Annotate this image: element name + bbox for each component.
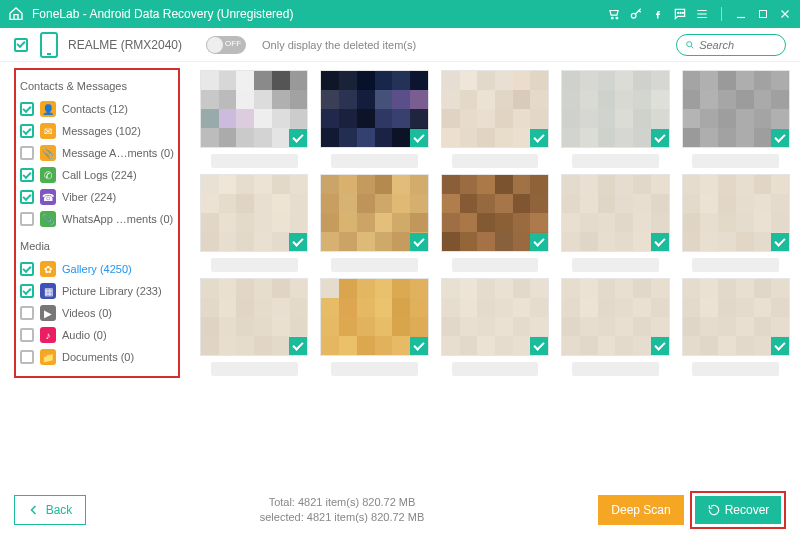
home-icon bbox=[8, 6, 24, 22]
thumbnail[interactable] bbox=[561, 174, 669, 272]
category-icon: ♪ bbox=[40, 327, 56, 343]
menu-icon[interactable] bbox=[695, 7, 709, 21]
thumbnail-caption bbox=[452, 258, 539, 272]
deleted-toggle[interactable]: OFF bbox=[206, 36, 246, 54]
item-checkbox[interactable] bbox=[20, 102, 34, 116]
phone-icon bbox=[40, 32, 58, 58]
thumbnail-caption bbox=[572, 362, 659, 376]
item-checkbox[interactable] bbox=[20, 284, 34, 298]
search-icon bbox=[685, 39, 695, 51]
minimize-icon[interactable] bbox=[734, 7, 748, 21]
key-icon[interactable] bbox=[629, 7, 643, 21]
sidebar-item[interactable]: ✉Messages (102) bbox=[20, 120, 174, 142]
stats-total: Total: 4821 item(s) 820.72 MB bbox=[86, 495, 598, 510]
thumbnail[interactable] bbox=[441, 174, 549, 272]
sidebar-item[interactable]: ☎Viber (224) bbox=[20, 186, 174, 208]
selected-mark-icon bbox=[289, 129, 307, 147]
category-icon: ▦ bbox=[40, 283, 56, 299]
thumbnail[interactable] bbox=[561, 70, 669, 168]
selected-mark-icon bbox=[651, 129, 669, 147]
maximize-icon[interactable] bbox=[756, 7, 770, 21]
item-checkbox[interactable] bbox=[20, 124, 34, 138]
category-icon: ✆ bbox=[40, 167, 56, 183]
svg-point-3 bbox=[678, 12, 679, 13]
item-checkbox[interactable] bbox=[20, 262, 34, 276]
thumbnail[interactable] bbox=[200, 278, 308, 376]
facebook-icon[interactable] bbox=[651, 7, 665, 21]
thumbnail[interactable] bbox=[200, 174, 308, 272]
item-checkbox[interactable] bbox=[20, 190, 34, 204]
selected-mark-icon bbox=[410, 233, 428, 251]
sidebar-item[interactable]: 📎Message A…ments (0) bbox=[20, 142, 174, 164]
item-checkbox[interactable] bbox=[20, 212, 34, 226]
thumbnail[interactable] bbox=[561, 278, 669, 376]
selected-mark-icon bbox=[530, 337, 548, 355]
toggle-label: OFF bbox=[225, 39, 241, 48]
thumbnail[interactable] bbox=[320, 278, 428, 376]
thumbnail-caption bbox=[211, 362, 298, 376]
search-box[interactable] bbox=[676, 34, 786, 56]
cart-icon[interactable] bbox=[607, 7, 621, 21]
category-icon: 📎 bbox=[40, 211, 56, 227]
group-contacts: Contacts & Messages bbox=[20, 80, 174, 92]
item-label: Gallery (4250) bbox=[62, 263, 132, 275]
thumbnail-caption bbox=[692, 154, 779, 168]
category-icon: 📎 bbox=[40, 145, 56, 161]
thumbnail[interactable] bbox=[682, 70, 790, 168]
gallery-grid bbox=[190, 62, 800, 487]
feedback-icon[interactable] bbox=[673, 7, 687, 21]
recover-button[interactable]: Recover bbox=[695, 496, 781, 524]
sidebar-item[interactable]: ✿Gallery (4250) bbox=[20, 258, 174, 280]
thumbnail[interactable] bbox=[682, 174, 790, 272]
svg-point-1 bbox=[616, 17, 618, 19]
category-icon: 👤 bbox=[40, 101, 56, 117]
svg-point-2 bbox=[631, 13, 636, 18]
sidebar-item[interactable]: ♪Audio (0) bbox=[20, 324, 174, 346]
only-deleted-label: Only display the deleted item(s) bbox=[262, 39, 416, 51]
thumbnail-caption bbox=[572, 154, 659, 168]
item-checkbox[interactable] bbox=[20, 168, 34, 182]
category-icon: ✿ bbox=[40, 261, 56, 277]
item-label: Viber (224) bbox=[62, 191, 116, 203]
search-input[interactable] bbox=[699, 39, 777, 51]
back-button[interactable]: Back bbox=[14, 495, 86, 525]
thumbnail-caption bbox=[452, 154, 539, 168]
item-checkbox[interactable] bbox=[20, 350, 34, 364]
toolbar: REALME (RMX2040) OFF Only display the de… bbox=[0, 28, 800, 62]
item-label: Call Logs (224) bbox=[62, 169, 137, 181]
thumbnail[interactable] bbox=[682, 278, 790, 376]
thumbnail[interactable] bbox=[320, 70, 428, 168]
sidebar-item[interactable]: 📁Documents (0) bbox=[20, 346, 174, 368]
recover-highlight: Recover bbox=[690, 491, 786, 529]
thumbnail-caption bbox=[211, 258, 298, 272]
sidebar-highlight: Contacts & Messages 👤Contacts (12)✉Messa… bbox=[14, 68, 180, 378]
item-label: Audio (0) bbox=[62, 329, 107, 341]
group-media: Media bbox=[20, 240, 174, 252]
svg-point-5 bbox=[682, 12, 683, 13]
device-checkbox[interactable] bbox=[14, 38, 28, 52]
deep-scan-button[interactable]: Deep Scan bbox=[598, 495, 684, 525]
item-checkbox[interactable] bbox=[20, 146, 34, 160]
thumbnail[interactable] bbox=[441, 70, 549, 168]
selected-mark-icon bbox=[530, 129, 548, 147]
item-label: Contacts (12) bbox=[62, 103, 128, 115]
thumbnail[interactable] bbox=[200, 70, 308, 168]
thumbnail[interactable] bbox=[441, 278, 549, 376]
titlebar: FoneLab - Android Data Recovery (Unregis… bbox=[0, 0, 800, 28]
sidebar-item[interactable]: 📎WhatsApp …ments (0) bbox=[20, 208, 174, 230]
thumbnail-caption bbox=[572, 258, 659, 272]
sidebar-item[interactable]: ▦Picture Library (233) bbox=[20, 280, 174, 302]
sidebar-item[interactable]: ✆Call Logs (224) bbox=[20, 164, 174, 186]
close-icon[interactable] bbox=[778, 7, 792, 21]
stats-selected: selected: 4821 item(s) 820.72 MB bbox=[86, 510, 598, 525]
sidebar-item[interactable]: ▶Videos (0) bbox=[20, 302, 174, 324]
thumbnail-caption bbox=[211, 154, 298, 168]
svg-point-4 bbox=[680, 12, 681, 13]
selected-mark-icon bbox=[651, 233, 669, 251]
item-checkbox[interactable] bbox=[20, 328, 34, 342]
thumbnail[interactable] bbox=[320, 174, 428, 272]
item-checkbox[interactable] bbox=[20, 306, 34, 320]
sidebar-item[interactable]: 👤Contacts (12) bbox=[20, 98, 174, 120]
category-icon: ▶ bbox=[40, 305, 56, 321]
stats: Total: 4821 item(s) 820.72 MB selected: … bbox=[86, 495, 598, 526]
